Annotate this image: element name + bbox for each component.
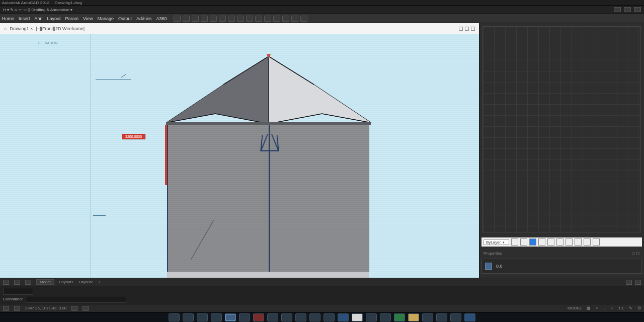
taskbar-app[interactable] [197, 313, 208, 321]
ribbon-tab[interactable]: Layout [47, 16, 61, 21]
model-wall[interactable] [167, 125, 369, 276]
ribbon-icon[interactable] [210, 16, 217, 22]
model-selected-edge[interactable] [165, 125, 167, 185]
status-toggle[interactable]: MODEL [568, 306, 582, 310]
status-icon[interactable] [14, 306, 20, 311]
layout-icon[interactable] [25, 280, 31, 285]
ribbon-tab[interactable]: Output [118, 16, 132, 21]
ribbon-icon[interactable] [183, 16, 190, 22]
taskbar-app[interactable] [169, 313, 180, 321]
taskbar-app[interactable] [436, 313, 447, 321]
property-button[interactable] [584, 238, 591, 246]
taskbar-app[interactable] [267, 313, 278, 321]
status-icon[interactable] [83, 306, 89, 311]
minimize-icon[interactable] [614, 7, 621, 12]
layout-tab-bar[interactable]: Model Layout1 Layout2 + [0, 278, 644, 286]
property-button[interactable] [575, 238, 582, 246]
taskbar-app[interactable] [422, 313, 433, 321]
taskbar-app[interactable] [366, 313, 377, 321]
taskbar-app[interactable] [450, 313, 461, 321]
command-line-area[interactable]: Command: [0, 286, 644, 304]
taskbar-app-active[interactable] [225, 313, 236, 321]
ortho-toggle-icon[interactable]: L [603, 306, 605, 310]
annotate-icon[interactable]: ✎ [629, 306, 632, 310]
taskbar-app[interactable] [239, 313, 250, 321]
quick-access-text[interactable]: H ▾ ✎ ⎌ ⤺ ⤻ ⎙ Drafting & Annotation ▾ [3, 8, 72, 12]
ribbon-tab[interactable]: View [83, 16, 93, 21]
taskbar-app[interactable] [408, 313, 419, 321]
document-tab-bar[interactable]: ⌂ Drawing1 × [−][Front][2D Wireframe] [0, 23, 479, 34]
window-controls[interactable] [614, 7, 641, 12]
status-bar[interactable]: 2847.36, 1071.43, 0.00 MODEL ▦ ⌖ L ⏢ 1:1… [0, 304, 644, 312]
ribbon-tab[interactable]: Manage [97, 16, 114, 21]
ribbon-tab[interactable]: Add-ins [136, 16, 152, 21]
iso-toggle-icon[interactable]: ⏢ [611, 306, 613, 310]
view-label[interactable]: [−][Front][2D Wireframe] [36, 26, 85, 31]
ribbon-tab[interactable]: Param [65, 16, 79, 21]
taskbar-app[interactable] [394, 313, 405, 321]
ribbon-tab[interactable]: A360 [156, 16, 167, 21]
viewcube-icon[interactable] [459, 27, 463, 31]
ribbon-icon[interactable] [237, 16, 244, 22]
layout-tab[interactable]: Layout2 [78, 280, 93, 284]
taskbar-app[interactable] [380, 313, 391, 321]
ribbon-tab[interactable]: Ann [35, 16, 43, 21]
viewport-controls[interactable] [459, 27, 475, 31]
taskbar-app[interactable] [338, 313, 349, 321]
quick-access-toolbar[interactable]: H ▾ ✎ ⎌ ⤺ ⤻ ⎙ Drafting & Annotation ▾ [0, 6, 644, 14]
property-button[interactable] [556, 238, 564, 246]
ribbon-icon[interactable] [174, 16, 181, 22]
nav-icon[interactable] [626, 280, 632, 285]
ribbon-icon[interactable] [246, 16, 253, 22]
taskbar-app[interactable] [211, 313, 222, 321]
properties-palette[interactable]: ByLayer Properties □ ▢ 0.0 [479, 23, 644, 278]
layout-icon[interactable] [3, 280, 9, 285]
layout-icon[interactable] [14, 280, 20, 285]
taskbar-app[interactable] [253, 313, 264, 321]
ribbon-icon[interactable] [219, 16, 226, 22]
ribbon-tabs[interactable]: Home Insert Ann Layout Param View Manage… [0, 14, 644, 23]
ribbon-icon[interactable] [228, 16, 235, 22]
taskbar-app[interactable] [309, 313, 320, 321]
ribbon-icon[interactable] [192, 16, 199, 22]
settings-gear-icon[interactable]: ⚙ [637, 306, 641, 310]
ribbon-icon[interactable] [201, 16, 208, 22]
maximize-icon[interactable] [624, 7, 631, 12]
property-button[interactable] [547, 238, 554, 246]
property-button[interactable] [593, 238, 600, 246]
snap-toggle-icon[interactable]: ⌖ [596, 306, 598, 311]
ribbon-command-icons[interactable] [174, 16, 307, 22]
taskbar-app[interactable] [324, 313, 335, 321]
document-tab[interactable]: Drawing1 × [10, 26, 33, 31]
ribbon-icon[interactable] [273, 16, 280, 22]
taskbar-app[interactable] [281, 313, 292, 321]
ribbon-icon[interactable] [264, 16, 271, 22]
ribbon-tab[interactable]: Home [2, 16, 14, 21]
model-roof[interactable] [163, 54, 374, 130]
property-button[interactable] [566, 238, 573, 246]
property-button[interactable] [520, 238, 527, 246]
property-button[interactable] [538, 238, 545, 246]
dimension-value-badge[interactable]: 3200.0000 [122, 134, 145, 139]
status-icon[interactable] [71, 306, 77, 311]
nav-icon[interactable] [635, 280, 641, 285]
close-icon[interactable] [634, 7, 641, 12]
layout-tab-model[interactable]: Model [36, 279, 54, 285]
secondary-viewport[interactable] [482, 26, 641, 232]
layout-tab-add[interactable]: + [98, 280, 101, 284]
home-icon[interactable]: ⌂ [4, 26, 7, 31]
taskbar-app[interactable] [352, 313, 363, 321]
taskbar-app[interactable] [464, 313, 475, 321]
layer-property-row[interactable]: ByLayer [481, 237, 642, 247]
palette-collapse-icons[interactable]: □ ▢ [632, 251, 640, 256]
ribbon-icon[interactable] [300, 16, 307, 22]
os-taskbar[interactable] [0, 312, 644, 322]
property-button[interactable] [511, 238, 518, 246]
palette-footer-icon[interactable] [485, 263, 492, 270]
nav-wheel-icon[interactable] [465, 27, 469, 31]
command-history-box[interactable] [3, 288, 33, 295]
color-swatch-button[interactable] [529, 238, 536, 246]
grid-toggle-icon[interactable]: ▦ [587, 306, 591, 310]
ribbon-icon[interactable] [282, 16, 289, 22]
ribbon-icon[interactable] [291, 16, 298, 22]
